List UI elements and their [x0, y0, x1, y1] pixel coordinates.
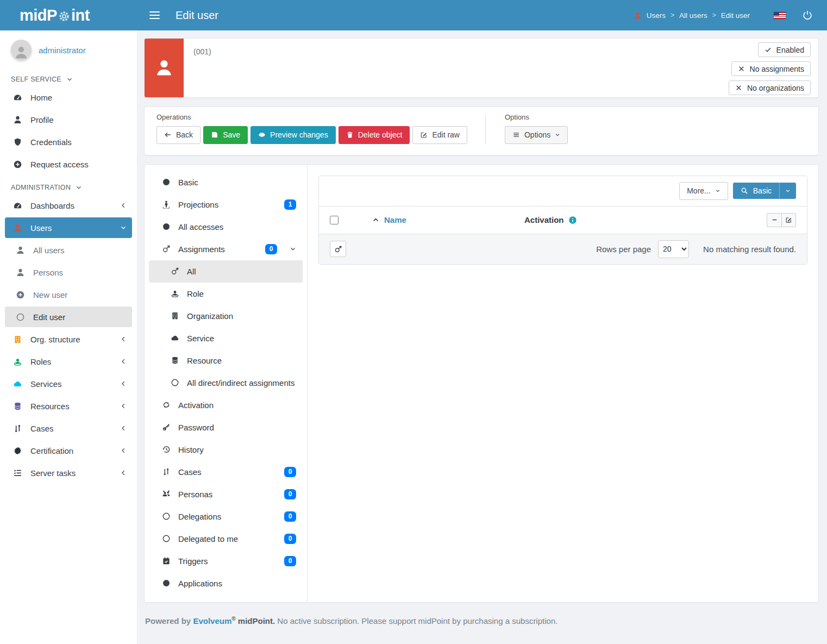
sidebar-item-persons[interactable]: Persons [5, 262, 132, 283]
eye-icon [258, 131, 266, 139]
section-administration[interactable]: ADMINISTRATION [0, 176, 137, 193]
details-tab-assignments-service[interactable]: Service [149, 327, 303, 349]
details-tab-projections[interactable]: Projections 1 [149, 193, 303, 216]
key-icon [161, 423, 171, 432]
sidebar-item-request-access[interactable]: Request access [5, 154, 132, 174]
options-label: Options [505, 113, 568, 121]
assignments-table: More... Basic [318, 176, 807, 265]
collapse-column-button[interactable] [767, 213, 781, 227]
column-header-activation: Activation [524, 215, 577, 224]
details-tab-personas[interactable]: Personas 0 [149, 483, 303, 505]
details-tab-activation[interactable]: Activation [149, 394, 303, 416]
save-button[interactable]: Save [203, 126, 248, 144]
details-menu: Basic Projections 1 All accesses Assignm… [145, 165, 308, 602]
page-title: Edit user [176, 9, 218, 22]
chevron-down-icon [66, 76, 73, 83]
chevron-down-icon [120, 224, 127, 231]
details-tab-delegated-to-me[interactable]: Delegated to me 0 [149, 528, 303, 550]
sidebar-item-home[interactable]: Home [5, 87, 132, 108]
details-tab-assignments-resource[interactable]: Resource [149, 349, 303, 372]
database-icon [170, 356, 180, 365]
evolveum-link[interactable]: Evolveum [193, 616, 231, 626]
circle-outline-icon [15, 312, 26, 322]
column-tools [767, 213, 796, 227]
details-tab-all-direct-indirect[interactable]: All direct/indirect assignments [149, 372, 303, 394]
main-content: (001) Enabled No assignments No organiza… [137, 30, 827, 644]
breadcrumb-all-users[interactable]: All users [679, 11, 707, 20]
details-tab-assignments-role[interactable]: Role [149, 283, 303, 305]
sidebar-item-org-structure[interactable]: Org. structure [5, 329, 132, 349]
plus-circle-icon [12, 160, 23, 169]
search-icon [741, 187, 748, 195]
sidebar-item-cases[interactable]: Cases [5, 418, 132, 439]
sidebar-item-services[interactable]: Services [5, 373, 132, 394]
user-icon [154, 58, 174, 78]
edit-columns-button[interactable] [781, 213, 796, 227]
details-tab-cases[interactable]: Cases 0 [149, 461, 303, 483]
current-user-link[interactable]: administrator [39, 46, 86, 55]
logout-power-icon[interactable] [802, 10, 813, 21]
midpoint-logo[interactable]: midP int [0, 7, 137, 24]
info-circle-icon[interactable] [568, 216, 577, 224]
user-details-panel: Basic Projections 1 All accesses Assignm… [144, 164, 819, 603]
dashboard-icon [12, 93, 23, 102]
details-tab-password[interactable]: Password [149, 416, 303, 439]
details-tab-delegations[interactable]: Delegations 0 [149, 505, 303, 528]
preview-changes-button[interactable]: Preview changes [250, 126, 336, 144]
sidebar-toggle-icon[interactable] [147, 6, 162, 24]
column-header-name[interactable]: Name [372, 215, 524, 224]
avatar [11, 40, 32, 60]
select-all-checkbox[interactable] [330, 216, 339, 224]
sidebar-item-profile[interactable]: Profile [5, 109, 132, 130]
sidebar-item-dashboards[interactable]: Dashboards [5, 195, 132, 216]
sidebar-item-resources[interactable]: Resources [5, 396, 132, 416]
sidebar-item-edit-user[interactable]: Edit user [5, 307, 132, 327]
back-button[interactable]: Back [156, 126, 201, 144]
sidebar-item-roles[interactable]: Roles [5, 351, 132, 372]
details-tab-basic[interactable]: Basic [149, 171, 303, 193]
registered-mark: ® [231, 616, 235, 622]
details-tab-triggers[interactable]: Triggers 0 [149, 550, 303, 572]
sidebar-item-server-tasks[interactable]: Server tasks [5, 462, 132, 483]
breadcrumb-users[interactable]: Users [647, 11, 666, 20]
edit-raw-button[interactable]: Edit raw [412, 126, 467, 144]
basic-search-split-button[interactable]: Basic [733, 183, 796, 199]
details-tab-applications[interactable]: Applications [149, 572, 303, 595]
chevron-left-icon [120, 447, 127, 454]
section-self-service[interactable]: SELF SERVICE [0, 68, 137, 85]
user-icon [15, 268, 26, 277]
details-tab-assignments[interactable]: Assignments 0 [149, 238, 303, 260]
route-icon [161, 467, 171, 476]
user-photo [145, 39, 184, 97]
breadcrumb-edit-user[interactable]: Edit user [721, 11, 750, 20]
new-assignment-button[interactable] [330, 241, 346, 257]
circle-icon [161, 579, 171, 587]
operations-label: Operations [156, 113, 467, 121]
floppy-save-icon [211, 131, 218, 139]
breadcrumb: Users > All users > Edit user [634, 11, 750, 20]
user-icon [12, 115, 23, 124]
details-tab-history[interactable]: History [149, 439, 303, 461]
assignments-content: More... Basic [308, 165, 818, 602]
search-mode-caret[interactable] [779, 183, 796, 199]
history-icon [161, 445, 171, 454]
count-badge: 0 [265, 244, 277, 254]
locale-flag-us[interactable] [774, 12, 786, 19]
search-button[interactable]: Basic [733, 183, 779, 199]
user-panel: administrator [0, 30, 137, 68]
divider [485, 115, 486, 144]
details-tab-all-accesses[interactable]: All accesses [149, 216, 303, 238]
more-dropdown-button[interactable]: More... [679, 182, 728, 200]
options-dropdown-button[interactable]: Options [505, 126, 568, 144]
recycle-icon [161, 401, 171, 409]
sidebar-item-certification[interactable]: Certification [5, 440, 132, 461]
details-tab-assignments-organization[interactable]: Organization [149, 305, 303, 327]
sidebar-item-users[interactable]: Users [5, 217, 132, 238]
delete-object-button[interactable]: Delete object [339, 126, 410, 144]
sidebar-item-credentials[interactable]: Credentials [5, 132, 132, 152]
rows-per-page-select[interactable]: 20 [658, 240, 689, 258]
details-tab-assignments-all[interactable]: All [149, 260, 303, 283]
chevron-down-icon [76, 184, 82, 191]
sidebar-item-all-users[interactable]: All users [5, 240, 132, 260]
sidebar-item-new-user[interactable]: New user [5, 284, 132, 305]
